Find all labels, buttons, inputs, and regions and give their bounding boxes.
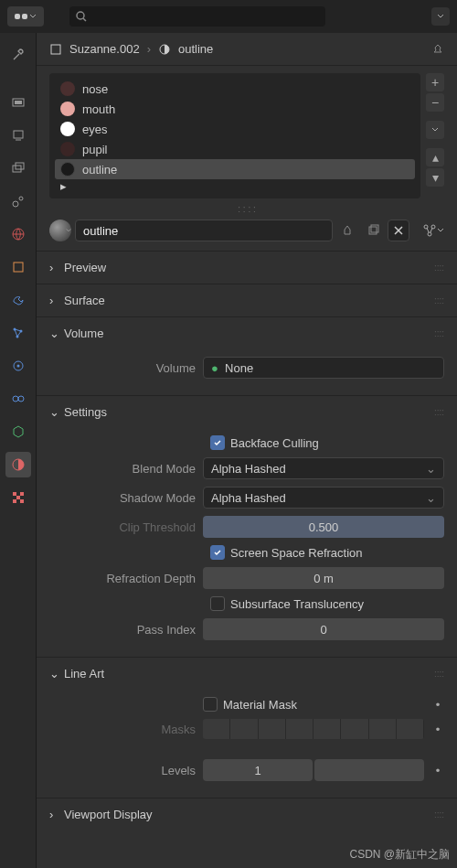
tab-material[interactable] <box>5 452 31 477</box>
shadow-mode-select[interactable]: Alpha Hashed⌄ <box>203 487 444 509</box>
panel-lineart-header[interactable]: ⌄ Line Art:::: <box>37 658 457 690</box>
refraction-depth-field[interactable]: 0 m <box>203 567 444 589</box>
svg-rect-27 <box>369 227 377 234</box>
tab-output[interactable] <box>5 123 31 148</box>
tab-texture[interactable] <box>5 485 31 510</box>
breadcrumb: Suzanne.002 › outline <box>37 33 457 66</box>
svg-rect-21 <box>20 492 24 496</box>
svg-rect-20 <box>13 492 16 496</box>
tab-constraints[interactable] <box>5 386 31 412</box>
animate-property-icon[interactable]: • <box>431 698 444 712</box>
tab-scene[interactable] <box>5 188 31 214</box>
unlink-material-button[interactable] <box>388 220 409 241</box>
svg-point-8 <box>13 201 18 207</box>
tab-tool[interactable] <box>5 42 31 68</box>
screen-refraction-checkbox[interactable] <box>210 545 225 560</box>
panel-settings-header[interactable]: ⌄ Settings:::: <box>37 396 457 428</box>
chevron-right-icon: › <box>49 294 58 307</box>
levels-end-field[interactable] <box>314 759 424 781</box>
material-slot[interactable]: pupil <box>55 139 415 159</box>
remove-slot-button[interactable]: − <box>426 93 444 112</box>
search-icon <box>75 10 88 23</box>
material-browse-dropdown[interactable] <box>49 220 71 241</box>
material-slot[interactable]: mouth <box>55 99 415 119</box>
material-slot-list[interactable]: nose mouth eyes pupil outline ▸ <box>49 73 420 198</box>
options-dropdown[interactable] <box>431 7 450 26</box>
tab-render[interactable] <box>5 90 31 115</box>
chevron-down-icon: ⌄ <box>49 405 58 419</box>
svg-point-2 <box>77 12 84 19</box>
move-slot-down[interactable]: ▾ <box>426 168 444 187</box>
material-slot[interactable]: outline <box>55 159 415 179</box>
panel-volume-header[interactable]: ⌄ Volume:::: <box>37 317 457 349</box>
subsurface-checkbox[interactable] <box>210 596 225 611</box>
svg-point-17 <box>13 396 18 402</box>
clip-threshold-field: 0.500 <box>203 516 444 538</box>
svg-rect-11 <box>14 263 23 272</box>
node-tree-button[interactable] <box>422 220 444 241</box>
pass-index-field[interactable]: 0 <box>203 618 444 640</box>
fake-user-button[interactable] <box>336 220 358 241</box>
volume-shader-select[interactable]: ● None <box>203 357 444 379</box>
mesh-icon <box>49 43 62 56</box>
svg-rect-22 <box>16 496 20 499</box>
move-slot-up[interactable]: ▴ <box>426 148 444 166</box>
watermark: CSDN @新缸中之脑 <box>349 847 450 863</box>
pin-icon[interactable] <box>431 43 444 56</box>
chevron-down-icon: ⌄ <box>49 327 58 340</box>
svg-rect-0 <box>15 14 20 19</box>
panel-viewport-header[interactable]: › Viewport Display:::: <box>37 798 457 830</box>
chevron-right-icon: › <box>49 261 58 274</box>
material-name-input[interactable] <box>75 220 333 241</box>
material-slot[interactable]: nose <box>55 79 415 99</box>
breadcrumb-object[interactable]: Suzanne.002 <box>69 42 140 56</box>
volume-label: Volume <box>49 361 196 375</box>
tab-modifier[interactable] <box>5 287 31 313</box>
panel-surface-header[interactable]: › Surface:::: <box>37 284 457 316</box>
backface-culling-checkbox[interactable] <box>210 435 225 450</box>
tab-particles[interactable] <box>5 320 31 346</box>
svg-rect-25 <box>51 45 60 54</box>
panel-preview-header[interactable]: › Preview:::: <box>37 252 457 284</box>
tab-world[interactable] <box>5 221 31 247</box>
svg-point-18 <box>18 396 24 402</box>
svg-rect-28 <box>371 225 378 232</box>
chevron-right-icon: › <box>49 808 58 821</box>
expand-icon[interactable]: ▸ <box>60 179 67 193</box>
tab-physics[interactable] <box>5 353 31 379</box>
svg-rect-24 <box>20 499 24 503</box>
add-slot-button[interactable]: + <box>426 73 444 91</box>
tab-object[interactable] <box>5 254 31 280</box>
svg-rect-1 <box>22 14 27 19</box>
material-mask-checkbox[interactable] <box>203 697 218 712</box>
svg-point-16 <box>16 365 19 368</box>
chevron-down-icon: ⌄ <box>49 667 58 680</box>
levels-start-field[interactable]: 1 <box>203 759 313 781</box>
svg-point-9 <box>19 197 23 200</box>
slot-specials-dropdown[interactable] <box>426 121 444 139</box>
editor-type-dropdown[interactable] <box>7 6 44 27</box>
material-slot[interactable]: eyes <box>55 119 415 139</box>
list-resize-handle[interactable]: : : : : <box>37 202 457 216</box>
search-input[interactable] <box>69 6 325 27</box>
material-icon <box>158 43 171 56</box>
breadcrumb-material[interactable]: outline <box>178 42 213 56</box>
mask-layers <box>203 719 424 739</box>
properties-tabs <box>0 33 37 868</box>
tab-data[interactable] <box>5 419 31 445</box>
svg-rect-23 <box>13 499 16 503</box>
new-material-button[interactable] <box>362 220 384 241</box>
tab-viewlayer[interactable] <box>5 155 31 181</box>
blend-mode-select[interactable]: Alpha Hashed⌄ <box>203 457 444 479</box>
svg-point-31 <box>428 232 431 236</box>
svg-rect-5 <box>14 131 23 138</box>
svg-rect-4 <box>15 101 22 104</box>
